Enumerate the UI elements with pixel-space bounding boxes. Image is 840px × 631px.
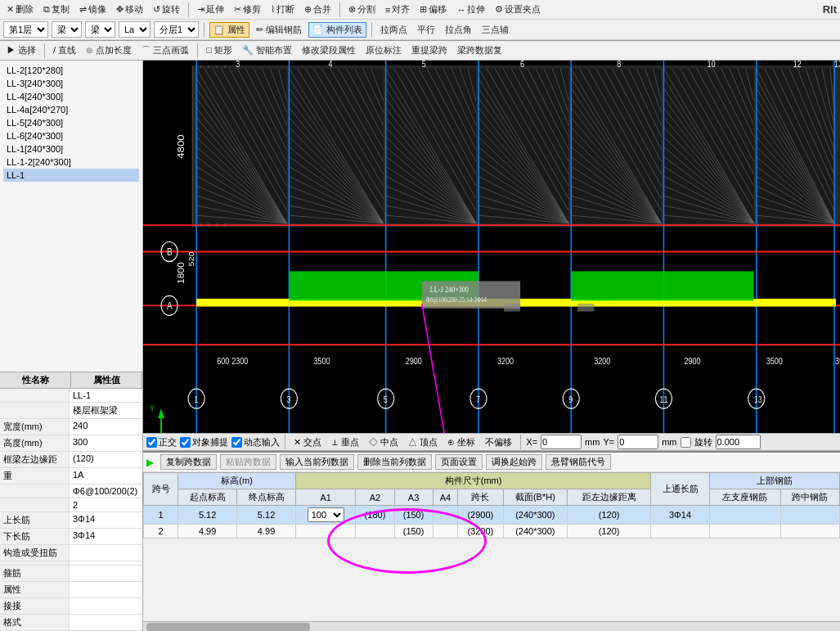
props-row-name: LL-1 [0,389,142,403]
svg-text:A: A [167,300,173,311]
intersection-btn[interactable]: ✕ 交点 [290,436,325,448]
no-offset-btn[interactable]: 不偏移 [482,436,515,448]
snap-checkbox[interactable] [180,437,191,448]
delete-btn[interactable]: ✕ 删除 [3,2,37,16]
row1-mid [780,506,839,525]
mirror-btn[interactable]: ⇌ 镜像 [76,2,110,16]
tree-item[interactable]: LL-5[240*300] [3,116,139,129]
line-tool[interactable]: / 直线 [50,43,79,57]
layer-select[interactable]: 分层1 [154,21,199,38]
delete-col-btn[interactable]: 删除当前列数据 [357,454,432,470]
rotate-input[interactable] [716,435,761,449]
la-select[interactable]: La [119,21,150,38]
row1-a1[interactable]: 100 [296,506,356,525]
svg-text:3: 3 [236,61,240,70]
type1-select[interactable]: 梁 [52,21,82,38]
split-btn[interactable]: ⊗ 分割 [345,2,379,16]
tree-item[interactable]: LL-6[240*300] [3,129,139,142]
settings-btn[interactable]: ⚙ 设置夹点 [492,2,544,16]
svg-text:9: 9 [568,394,573,404]
three-point-btn[interactable]: 三点辅 [478,23,512,37]
re-span-btn[interactable]: 重提梁跨 [408,43,451,57]
break-btn[interactable]: ⌇ 打断 [267,2,298,16]
y-input[interactable] [618,435,658,449]
canvas-view[interactable]: LL-1 240×300 Φ8@100/200-25:14-3Φ14 B A 4… [143,61,840,433]
table-row: 2 4.99 4.99 (150) (3200) (240*300) (120) [144,525,840,539]
coord-btn[interactable]: ⊕ 坐标 [444,436,478,448]
row2-a4 [433,525,458,539]
modify-seg-btn[interactable]: 修改梁段属性 [299,43,359,57]
tree-item[interactable]: LL-4[240*300] [3,90,139,103]
perp-btn[interactable]: ⊥ 垂点 [328,436,362,448]
tree-item[interactable]: LL-2[120*280] [3,64,139,77]
rect-tool[interactable]: □ 矩形 [203,43,236,57]
pull-two-btn[interactable]: 拉两点 [377,23,411,37]
midpoint-btn[interactable]: ◇ 中点 [366,436,402,448]
props-col2-header: 属性值 [71,372,142,388]
tree-item-selected[interactable]: LL-1 [3,169,139,182]
row2-end-h: 4.99 [237,525,296,539]
props-row-height: 高度(mm) 300 [0,435,142,452]
svg-text:3200: 3200 [594,356,610,366]
endpoint-btn[interactable]: △ 顶点 [405,436,441,448]
point-extend-tool[interactable]: ⊙ 点加长度 [83,43,135,57]
svg-text:7: 7 [476,394,480,404]
floor-select[interactable]: 第1层 [3,21,48,38]
scrollbar-thumb[interactable] [146,623,310,631]
paste-span-btn[interactable]: 粘贴跨数据 [220,454,276,470]
smart-layout-btn[interactable]: 🔧 智能布置 [239,43,295,57]
row2-left-support [710,525,781,539]
tree-item[interactable]: LL-3[240*300] [3,77,139,90]
green-icon: ▶ [146,457,154,468]
move-btn[interactable]: ✥ 移动 [113,2,146,16]
props-value: 3Φ14 [70,529,142,544]
ortho-checkbox[interactable] [146,437,157,448]
rotate-btn[interactable]: ↺ 旋转 [150,2,183,16]
top-toolbar: ✕ 删除 ⧉ 复制 ⇌ 镜像 ✥ 移动 ↺ 旋转 ⇥ 延伸 ✂ 修剪 ⌇ 打断 … [0,0,840,41]
row1-a4 [433,506,458,525]
swap-span-btn[interactable]: 调换起始跨 [486,454,542,470]
props-label: 高度(mm) [0,435,70,451]
page-setup-btn[interactable]: 页面设置 [435,454,483,470]
svg-text:3500: 3500 [313,356,330,366]
row1-span: (2900) [458,506,503,525]
horizontal-scrollbar[interactable] [143,621,840,631]
x-input[interactable] [541,435,582,449]
svg-text:LL-1 240×300: LL-1 240×300 [430,285,469,294]
tree-item[interactable]: LL-1-2[240*300] [3,155,139,169]
props-row-bottom-rebar: 下长筋 3Φ14 [0,529,142,545]
select-tool[interactable]: ▶ 选择 [3,43,39,57]
row1-start-h: 5.12 [178,506,237,525]
copy-btn[interactable]: ⧉ 复制 [40,2,73,16]
extend-btn[interactable]: ⇥ 延伸 [194,2,227,16]
rotate-label: 旋转 [694,436,712,448]
props-row-edge: 框梁左边缘距 (120) [0,452,142,468]
tree-item[interactable]: LL-1[240*300] [3,142,139,155]
copy-span-btn[interactable]: 复制跨数据 [160,454,217,470]
x-label: X= [526,437,537,447]
attr-btn[interactable]: 📋 属性 [209,22,249,38]
align-btn[interactable]: ≡ 对齐 [382,2,413,16]
type2-select[interactable]: 梁 [85,21,115,38]
merge-btn[interactable]: ⊕ 合并 [301,2,335,16]
edit-rebar-btn[interactable]: ✏ 编辑钢筋 [253,23,305,37]
bottom-panel: ▶ 复制跨数据 粘贴跨数据 输入当前列数据 删除当前列数据 页面设置 调换起始跨… [143,451,840,631]
props-col1-header: 性名称 [0,372,71,388]
arc-tool[interactable]: ⌒ 三点画弧 [138,43,192,57]
input-col-btn[interactable]: 输入当前列数据 [280,454,354,470]
component-list-btn[interactable]: 📄 构件列表 [308,22,366,38]
angle-btn[interactable]: 拉点角 [442,23,475,37]
props-label [0,498,70,512]
span-data-btn[interactable]: 梁跨数据复 [454,43,505,57]
cantilever-btn[interactable]: 悬臂钢筋代号 [546,454,611,470]
parallel-btn[interactable]: 平行 [414,23,438,37]
stretch-btn[interactable]: ↔ 拉伸 [453,2,488,16]
svg-rect-261 [577,304,594,312]
props-value [70,566,142,581]
trim-btn[interactable]: ✂ 修剪 [231,2,264,16]
offset-btn[interactable]: ⊞ 偏移 [416,2,450,16]
orig-mark-btn[interactable]: 原位标注 [362,43,405,57]
dynamic-input-checkbox[interactable] [231,437,242,448]
tree-item[interactable]: LL-4a[240*270] [3,103,139,116]
rotate-checkbox[interactable] [681,437,691,448]
